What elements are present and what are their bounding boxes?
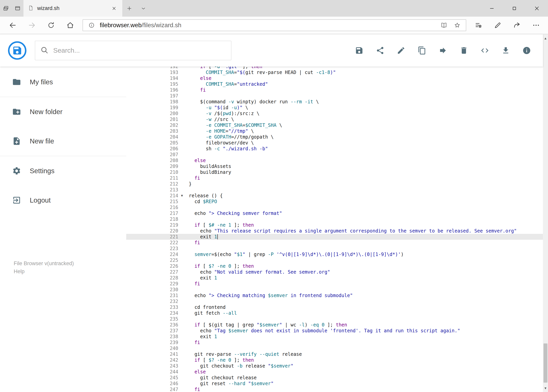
new-tab-button[interactable]: [122, 0, 136, 17]
code-line[interactable]: 192 if [ -d ".git" ]; then: [126, 67, 543, 70]
page-scrollbar[interactable]: ▲ ▼: [543, 34, 548, 392]
code-line[interactable]: 224 semver=$(echo "$1" | grep -P '^v(0|[…: [126, 252, 543, 257]
sidebar-item-new-file[interactable]: New file: [0, 126, 126, 156]
sidebar-item-my-files[interactable]: My files: [0, 67, 126, 97]
code-line[interactable]: 218: [126, 216, 543, 222]
sidebar-item-logout[interactable]: Logout: [0, 186, 126, 215]
code-line[interactable]: 200 -v /$(pwd):/src:z \: [126, 111, 543, 116]
code-line[interactable]: 213: [126, 187, 543, 193]
code-line[interactable]: 217 echo "> Checking semver format": [126, 210, 543, 216]
info-icon[interactable]: [516, 40, 537, 61]
code-line[interactable]: 205 filebrowser/dev \: [126, 140, 543, 146]
code-line[interactable]: 207: [126, 152, 543, 158]
code-line[interactable]: 231 echo "> Checking matching $semver in…: [126, 293, 543, 298]
code-line[interactable]: 221 exit 1: [126, 234, 543, 240]
favorites-hub-icon[interactable]: [469, 17, 488, 34]
code-line[interactable]: 228 exit 1: [126, 275, 543, 281]
fold-arrow-icon[interactable]: ▾: [181, 193, 183, 198]
code-line[interactable]: 210 buildBinary: [126, 169, 543, 175]
scrollbar-thumb[interactable]: [543, 343, 548, 383]
code-line[interactable]: 209 buildAssets: [126, 163, 543, 169]
code-line[interactable]: 196 fi: [126, 87, 543, 93]
search-box[interactable]: [35, 41, 231, 60]
code-line[interactable]: 226 if [ $? -ne 0 ]; then: [126, 263, 543, 269]
code-line[interactable]: 206 sh -c "./wizard.sh -b": [126, 146, 543, 152]
back-icon[interactable]: [3, 17, 22, 34]
code-line[interactable]: 204 -e GOPATH=//tmp/gopath \: [126, 134, 543, 140]
tab-wizard-sh[interactable]: wizard.sh: [23, 0, 122, 17]
scroll-up-icon[interactable]: ▲: [543, 34, 548, 42]
code-view-icon[interactable]: [474, 40, 495, 61]
code-line[interactable]: 236 if [ $(git tag | grep "$semver" | wc…: [126, 322, 543, 328]
code-line[interactable]: 214▾release () {: [126, 193, 543, 199]
code-line[interactable]: 197: [126, 93, 543, 99]
code-line[interactable]: 212}: [126, 181, 543, 187]
code-line[interactable]: 202 -e COMMIT_SHA=$COMMIT_SHA \: [126, 122, 543, 128]
code-line[interactable]: 208 else: [126, 158, 543, 163]
code-line[interactable]: 195 COMMIT_SHA="untracked": [126, 81, 543, 87]
minimize-button[interactable]: [480, 0, 503, 17]
code-line[interactable]: 201 -w //src \: [126, 116, 543, 122]
code-line[interactable]: 219 if [ $# -ne 1 ]; then: [126, 222, 543, 228]
code-line[interactable]: 215 cd $REPO: [126, 199, 543, 204]
more-menu-icon[interactable]: [527, 17, 546, 34]
code-line[interactable]: 233 cd frontend: [126, 304, 543, 310]
tab-list-chevron-icon[interactable]: [136, 0, 150, 17]
set-tabs-aside-icon[interactable]: [0, 0, 12, 17]
code-line[interactable]: 203 -e HOME="//tmp" \: [126, 128, 543, 134]
site-info-icon[interactable]: [86, 20, 97, 30]
reading-view-icon[interactable]: [439, 20, 449, 30]
code-line[interactable]: 244 else: [126, 369, 543, 375]
code-editor[interactable]: 192 if [ -d ".git" ]; then193 COMMIT_SHA…: [126, 67, 543, 392]
sidebar-item-new-folder[interactable]: New folder: [0, 97, 126, 126]
code-line[interactable]: 238 exit 1: [126, 334, 543, 340]
code-line[interactable]: 235: [126, 316, 543, 322]
code-line[interactable]: 237 echo "Tag $semver does not exist in …: [126, 328, 543, 334]
code-line[interactable]: 199 -u "$(id -u)" \: [126, 105, 543, 111]
code-line[interactable]: 220 echo "This release script requires a…: [126, 228, 543, 234]
help-link[interactable]: Help: [14, 267, 126, 276]
code-line[interactable]: 241 git rev-parse --verify --quiet relea…: [126, 351, 543, 357]
code-line[interactable]: 245 git checkout release: [126, 375, 543, 381]
close-button[interactable]: [526, 0, 548, 17]
rename-pencil-icon[interactable]: [390, 40, 411, 61]
code-line[interactable]: 247 fi: [126, 386, 543, 392]
web-note-pen-icon[interactable]: [488, 17, 507, 34]
code-line[interactable]: 229 fi: [126, 281, 543, 287]
code-line[interactable]: 232: [126, 298, 543, 304]
code-line[interactable]: 211 fi: [126, 175, 543, 181]
code-line[interactable]: 240: [126, 345, 543, 351]
delete-trash-icon[interactable]: [453, 40, 474, 61]
code-line[interactable]: 223: [126, 246, 543, 252]
move-arrow-icon[interactable]: [432, 40, 453, 61]
sidebar-item-settings[interactable]: Settings: [0, 156, 126, 186]
address-bar[interactable]: filebrowser.web/files/wizard.sh: [83, 19, 466, 31]
search-input[interactable]: [53, 47, 226, 54]
code-line[interactable]: 242 if [ $? -ne 0 ]; then: [126, 357, 543, 363]
share-file-icon[interactable]: [370, 40, 390, 61]
code-line[interactable]: 198 $(command -v winpty) docker run --rm…: [126, 99, 543, 105]
copy-icon[interactable]: [411, 40, 432, 61]
code-line[interactable]: 230: [126, 287, 543, 293]
maximize-button[interactable]: [503, 0, 526, 17]
scroll-down-icon[interactable]: ▼: [543, 384, 548, 392]
home-icon[interactable]: [61, 17, 80, 34]
download-icon[interactable]: [495, 40, 516, 61]
code-line[interactable]: 243 git checkout -b release "$semver": [126, 363, 543, 369]
code-line[interactable]: 193 COMMIT_SHA="$(git rev-parse HEAD | c…: [126, 70, 543, 75]
code-line[interactable]: 239 fi: [126, 340, 543, 345]
code-line[interactable]: 216: [126, 204, 543, 210]
share-icon[interactable]: [507, 17, 527, 34]
refresh-icon[interactable]: [42, 17, 61, 34]
forward-icon[interactable]: [22, 17, 42, 34]
code-line[interactable]: 194 else: [126, 75, 543, 81]
code-line[interactable]: 227 echo "Not valid semver format. See s…: [126, 269, 543, 275]
tab-preview-icon[interactable]: [12, 0, 23, 17]
code-line[interactable]: 225: [126, 257, 543, 263]
favorite-star-icon[interactable]: [452, 20, 462, 30]
tab-close-icon[interactable]: [110, 5, 118, 12]
code-line[interactable]: 234 git fetch --all: [126, 310, 543, 316]
save-icon[interactable]: [349, 40, 370, 61]
code-line[interactable]: 222 fi: [126, 240, 543, 246]
code-line[interactable]: 246 git reset --hard "$semver": [126, 381, 543, 386]
